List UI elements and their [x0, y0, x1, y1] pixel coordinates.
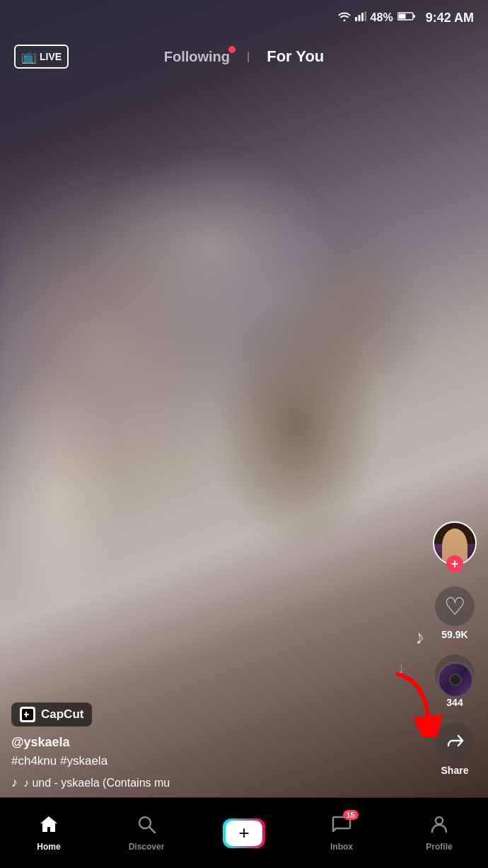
svg-rect-6	[413, 15, 415, 18]
hashtags[interactable]: #ch4knu #yskaela	[11, 754, 424, 768]
inbox-label: Inbox	[330, 842, 353, 852]
song-title: ♪ und - yskaela (Contains mu	[23, 777, 170, 789]
share-label: Share	[441, 765, 469, 776]
like-count: 59.9K	[441, 629, 467, 640]
heart-icon: ♡	[444, 592, 465, 620]
capcut-badge[interactable]: CapCut	[11, 702, 92, 727]
home-icon	[39, 814, 59, 839]
battery-icon	[397, 11, 416, 24]
capcut-logo	[20, 707, 35, 722]
like-icon-bg: ♡	[435, 586, 475, 626]
song-info[interactable]: ♪ ♪ und - yskaela (Contains mu	[11, 775, 424, 790]
svg-line-13	[150, 828, 156, 833]
nav-discover[interactable]: Discover	[98, 814, 195, 852]
plus-icon: +	[238, 822, 249, 844]
nav-tabs: Following | For You	[164, 47, 325, 66]
svg-point-12	[139, 817, 151, 828]
top-navigation: 📺 LIVE Following | For You	[0, 35, 488, 78]
nav-inbox[interactable]: 15 Inbox	[293, 814, 390, 852]
wifi-icon	[338, 11, 351, 24]
home-label: Home	[37, 842, 60, 852]
like-action[interactable]: ♡ 59.9K	[435, 586, 475, 640]
battery-percent: 48%	[371, 11, 393, 24]
bottom-navigation: Home Discover + 15 Inb	[0, 797, 488, 868]
for-you-tab[interactable]: For You	[267, 47, 324, 66]
svg-rect-1	[358, 15, 360, 21]
time-display: 9:42 AM	[426, 11, 474, 25]
capcut-label: CapCut	[41, 707, 83, 722]
svg-rect-5	[398, 14, 405, 19]
following-dot	[228, 46, 236, 53]
live-tv-icon: 📺	[21, 49, 37, 64]
comment-count: 344	[446, 697, 463, 708]
following-tab[interactable]: Following	[164, 49, 230, 65]
create-button[interactable]: +	[223, 818, 265, 848]
signal-icon	[355, 11, 366, 24]
live-label: LIVE	[40, 51, 62, 62]
svg-rect-3	[364, 11, 366, 21]
svg-rect-2	[361, 13, 364, 21]
search-icon	[136, 814, 156, 839]
svg-rect-0	[355, 17, 357, 21]
live-button[interactable]: 📺 LIVE	[14, 45, 69, 69]
inbox-badge-count: 15	[343, 810, 359, 820]
bottom-content-area: CapCut @yskaela #ch4knu #yskaela ♪ ♪ und…	[11, 702, 424, 790]
discover-label: Discover	[129, 842, 165, 852]
plus-white: +	[226, 821, 262, 846]
creator-username[interactable]: @yskaela	[11, 735, 424, 750]
nav-divider: |	[247, 50, 250, 63]
song-note-icon: ♪	[11, 775, 18, 790]
right-actions-panel: + ♡ 59.9K 344	[433, 521, 477, 776]
share-icon	[444, 730, 465, 754]
status-bar: 48% 9:42 AM	[0, 0, 488, 35]
nav-create[interactable]: +	[195, 818, 293, 848]
music-disc-center	[449, 673, 462, 686]
creator-avatar[interactable]: +	[433, 521, 477, 572]
profile-label: Profile	[426, 842, 452, 852]
profile-icon	[429, 814, 449, 839]
follow-add-button[interactable]: +	[446, 555, 463, 572]
nav-profile[interactable]: Profile	[390, 814, 488, 852]
nav-home[interactable]: Home	[0, 814, 98, 852]
red-arrow	[375, 666, 446, 737]
svg-point-14	[436, 817, 443, 824]
inbox-badge-container: 15	[332, 814, 352, 839]
